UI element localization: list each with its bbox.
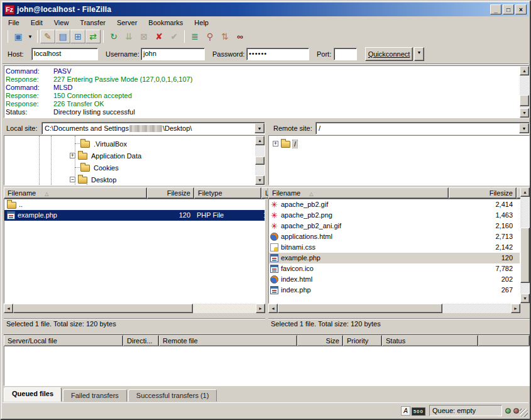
quickconnect-dropdown-icon[interactable]: ▼ [414, 47, 424, 61]
scroll-down-icon[interactable]: ▼ [520, 108, 529, 118]
menu-help[interactable]: Help [189, 18, 214, 28]
scrollbar-thumb[interactable] [255, 157, 265, 165]
file-row[interactable]: apache_pb2.gif2,414 [269, 199, 520, 210]
menu-file[interactable]: File [3, 18, 25, 28]
file-row[interactable]: bitnami.css2,142 [269, 242, 520, 253]
tree-item-application-data[interactable]: + Application Data [70, 150, 143, 162]
column-filesize[interactable]: Filesize [449, 187, 517, 199]
remote-tree[interactable]: + / [268, 135, 530, 185]
local-site-dropdown-icon[interactable]: ▼ [255, 123, 265, 133]
find-icon[interactable]: ∞ [233, 30, 248, 43]
close-button[interactable]: × [515, 4, 527, 14]
username-input[interactable]: john [141, 48, 205, 60]
filter-icon[interactable]: ≣ [187, 30, 202, 43]
scroll-up-icon[interactable]: ▲ [520, 187, 530, 197]
compare-icon[interactable]: ⚲ [202, 30, 217, 43]
disconnect-icon[interactable]: ✘ [151, 30, 167, 43]
expand-plus-icon[interactable]: + [70, 153, 75, 158]
menu-view[interactable]: View [48, 18, 75, 28]
column-direction[interactable]: Directi... [123, 335, 159, 346]
tab-failed-transfers[interactable]: Failed transfers [63, 389, 127, 402]
scroll-left-icon[interactable]: ◄ [268, 304, 278, 313]
column-filename[interactable]: Filename△ [268, 187, 449, 199]
menu-transfer[interactable]: Transfer [74, 18, 111, 28]
php-file-icon [270, 286, 278, 294]
file-row[interactable]: index.html202 [269, 274, 520, 285]
resize-grip[interactable] [520, 409, 528, 417]
site-manager-dropdown-icon[interactable]: ▼ [26, 30, 35, 43]
maximize-button[interactable]: □ [503, 4, 514, 14]
file-row[interactable]: applications.html2,713 [269, 231, 520, 242]
file-row[interactable]: favicon.ico7,782 [269, 263, 520, 274]
column-server-local-file[interactable]: Server/Local file [4, 335, 123, 346]
scrollbar-thumb[interactable] [278, 304, 442, 313]
file-row[interactable]: apache_pb2.png1,463 [269, 210, 520, 221]
log-label: Response: [6, 100, 39, 108]
remote-site-combo[interactable]: / [315, 122, 530, 135]
file-row-updir[interactable]: .. [4, 199, 265, 210]
local-tree[interactable]: .VirtualBox + Application Data Cookies −… [4, 135, 265, 185]
password-input[interactable]: •••••• [246, 48, 309, 60]
toggle-remote-tree-icon[interactable]: ⊞ [70, 30, 85, 43]
scrollbar-thumb[interactable] [520, 95, 529, 106]
local-file-list[interactable]: .. example.php 120 PHP File 1 [4, 199, 265, 304]
column-filetype[interactable]: Filetype [194, 187, 261, 199]
scrollbar-thumb[interactable] [520, 228, 530, 283]
log-text: 150 Connection accepted [53, 92, 132, 100]
tab-successful-transfers[interactable]: Successful transfers (1) [128, 389, 217, 402]
tree-item-desktop[interactable]: − Desktop [70, 174, 118, 185]
toggle-local-tree-icon[interactable]: ▤ [55, 30, 70, 43]
scroll-left-icon[interactable]: ◄ [4, 304, 13, 313]
scroll-down-icon[interactable]: ▼ [255, 175, 265, 185]
column-remote-file[interactable]: Remote file [159, 335, 297, 346]
php-file-icon [7, 211, 15, 219]
title-bar[interactable]: Fz john@localhost - FileZilla _ □ × [3, 3, 528, 16]
filename: .. [19, 199, 23, 210]
process-queue-icon[interactable]: ⇊ [121, 30, 136, 43]
toggle-message-log-icon[interactable]: ✎ [40, 30, 55, 43]
tree-item-root[interactable]: + / [273, 138, 297, 150]
reconnect-icon[interactable]: ✔ [167, 30, 182, 43]
filesize: 2,142 [447, 242, 513, 253]
column-size[interactable]: Size [297, 335, 343, 346]
menu-bookmarks[interactable]: Bookmarks [143, 18, 189, 28]
sync-browsing-icon[interactable]: ⇅ [217, 30, 233, 43]
column-status[interactable]: Status [382, 335, 478, 346]
filename: applications.html [281, 231, 332, 242]
remote-file-list[interactable]: apache_pb2.gif2,414 apache_pb2.png1,463 … [268, 199, 520, 304]
tree-item-virtualbox[interactable]: .VirtualBox [80, 138, 128, 150]
file-row-example-php[interactable]: example.php 120 PHP File 1 [4, 210, 265, 221]
column-filesize[interactable]: Filesize [147, 187, 194, 199]
message-log[interactable]: Command:PASV Response:227 Entering Passi… [4, 65, 530, 118]
refresh-icon[interactable]: ↻ [106, 30, 121, 43]
column-filename[interactable]: Filename△ [4, 187, 147, 199]
site-manager-icon[interactable]: ▣ [11, 30, 26, 43]
local-site-combo[interactable]: C:\Documents and Settings\Desktop\ [41, 122, 265, 135]
scroll-down-icon[interactable]: ▼ [520, 294, 530, 303]
tree-item-cookies[interactable]: Cookies [80, 162, 120, 174]
collapse-minus-icon[interactable]: − [70, 177, 75, 182]
file-row[interactable]: index.php267 [269, 285, 520, 296]
scroll-right-icon[interactable]: ► [511, 304, 520, 313]
scroll-up-icon[interactable]: ▲ [255, 136, 265, 145]
quickconnect-button[interactable]: Quickconnect [365, 47, 413, 61]
led-green-icon [505, 408, 511, 414]
host-input[interactable]: localhost [31, 48, 98, 60]
port-input[interactable] [334, 48, 357, 60]
toggle-queue-icon[interactable]: ⇄ [85, 30, 101, 43]
file-row[interactable]: apache_pb2_ani.gif2,160 [269, 221, 520, 231]
scroll-up-icon[interactable]: ▲ [520, 66, 529, 75]
column-priority[interactable]: Priority [343, 335, 382, 346]
cancel-icon[interactable]: ⊠ [136, 30, 151, 43]
toolbar-separator [37, 30, 38, 43]
menu-edit[interactable]: Edit [25, 18, 48, 28]
menu-server[interactable]: Server [111, 18, 143, 28]
minimize-button[interactable]: _ [490, 4, 501, 14]
expand-plus-icon[interactable]: + [273, 141, 278, 146]
scrollbar-thumb[interactable] [13, 304, 193, 313]
queue-list[interactable] [4, 346, 530, 386]
scroll-right-icon[interactable]: ► [256, 304, 265, 313]
file-row-selected[interactable]: example.php120 [269, 253, 520, 263]
remote-site-dropdown-icon[interactable]: ▼ [519, 123, 529, 133]
tab-queued-files[interactable]: Queued files [4, 387, 62, 402]
